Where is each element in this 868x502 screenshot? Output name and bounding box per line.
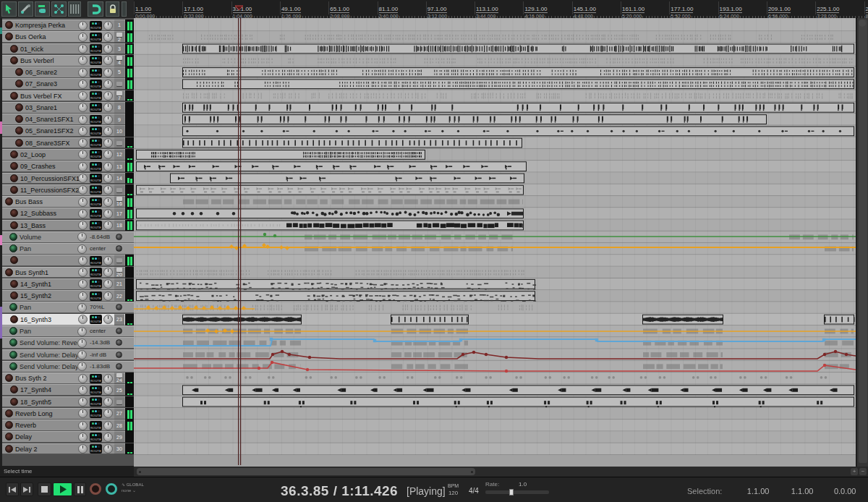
record-arm-button[interactable]: [10, 315, 18, 323]
track-name[interactable]: Bus Verbel FX: [20, 93, 85, 100]
track-number-cell[interactable]: 29: [114, 431, 124, 443]
record-arm-button[interactable]: [15, 127, 23, 135]
route-button[interactable]: ROUTE: [90, 80, 102, 89]
envelope-bypass-button[interactable]: [116, 245, 122, 252]
envelope-row[interactable]: Send Volume: Delay 2-1.83dB: [2, 361, 134, 373]
envelope-row[interactable]: Pancenter: [2, 326, 134, 337]
envelope-bypass-button[interactable]: [116, 304, 122, 310]
envelope-row[interactable]: Send Volume: Delay-inf dB: [2, 349, 134, 361]
track-row[interactable]: Bus BassROUTE16: [2, 196, 134, 208]
pause-button[interactable]: [74, 482, 86, 496]
route-button[interactable]: ROUTE: [90, 397, 102, 407]
route-button[interactable]: ROUTE: [90, 256, 102, 265]
record-arm-button[interactable]: [10, 292, 18, 299]
route-button[interactable]: ROUTE: [90, 162, 102, 171]
envelope-arm-button[interactable]: [9, 339, 17, 346]
track-number-cell[interactable]: 18: [114, 220, 124, 231]
envelope-arm-button[interactable]: [9, 362, 17, 370]
volume-knob[interactable]: [78, 421, 88, 430]
arrange-view[interactable]: [134, 18, 856, 467]
track-row[interactable]: 04_Snare1SFX1ROUTE9: [2, 114, 134, 125]
envelope-row[interactable]: Send Volume: Reverb Lo-14.3dB: [2, 337, 134, 349]
route-button[interactable]: ROUTE: [90, 374, 102, 383]
track-row[interactable]: Bus OerkaROUTE2: [2, 31, 134, 43]
track-row[interactable]: Bus VerberlROUTE4: [2, 55, 134, 67]
pan-knob[interactable]: [103, 80, 113, 89]
envelope-knob[interactable]: [77, 339, 87, 348]
track-row[interactable]: 11_PercussionSFX2ROUTE: [2, 184, 134, 196]
volume-knob[interactable]: [78, 315, 88, 324]
route-button[interactable]: ROUTE: [90, 386, 102, 395]
record-arm-button[interactable]: [15, 139, 23, 147]
track-number-cell[interactable]: 13: [114, 161, 124, 172]
track-row[interactable]: 18_Synth5ROUTE: [2, 396, 134, 408]
track-row[interactable]: Delay 2ROUTE30: [2, 443, 134, 455]
route-button[interactable]: ROUTE: [90, 444, 102, 454]
track-number-cell[interactable]: 3: [114, 43, 124, 55]
pan-knob[interactable]: [103, 397, 113, 407]
route-button[interactable]: ROUTE: [90, 221, 102, 230]
route-button[interactable]: ROUTE: [90, 279, 102, 289]
track-number-cell[interactable]: 10: [114, 125, 124, 137]
track-row[interactable]: 13_BassROUTE18: [2, 220, 134, 231]
track-name[interactable]: 01_Kick: [20, 46, 85, 53]
record-arm-button[interactable]: [10, 186, 18, 194]
track-row[interactable]: Reverb LongROUTE27: [2, 408, 134, 420]
route-button[interactable]: ROUTE: [90, 209, 102, 218]
zoom-out-button[interactable]: −: [859, 468, 867, 475]
hand-meter-tool-button[interactable]: [35, 1, 50, 17]
pan-knob[interactable]: [103, 127, 113, 136]
vertical-scrollbar[interactable]: [856, 18, 868, 467]
track-name[interactable]: 17_Synth4: [20, 386, 85, 393]
volume-knob[interactable]: [78, 374, 88, 383]
record-arm-button[interactable]: [5, 197, 13, 205]
route-button[interactable]: ROUTE: [90, 292, 102, 301]
record-arm-button[interactable]: [5, 268, 13, 276]
track-number-cell[interactable]: [114, 255, 124, 266]
pan-knob[interactable]: [103, 374, 113, 383]
volume-knob[interactable]: [78, 80, 88, 89]
envelope-pencil-tool-button[interactable]: [18, 1, 33, 17]
route-button[interactable]: ROUTE: [90, 174, 102, 183]
record-arm-button[interactable]: [15, 115, 23, 123]
pan-knob[interactable]: [103, 279, 113, 289]
playrate-control[interactable]: Rate: 1.0: [485, 481, 550, 488]
track-row[interactable]: ReverbROUTE28: [2, 420, 134, 431]
envelope-knob[interactable]: [77, 327, 87, 336]
bpm-display[interactable]: BPM120: [448, 482, 459, 497]
grid-toggle-button[interactable]: [68, 1, 81, 17]
track-name[interactable]: 02_Loop: [20, 151, 85, 158]
track-row[interactable]: Bus Syth 2ROUTE24: [2, 373, 134, 384]
route-button[interactable]: ROUTE: [90, 185, 102, 195]
record-arm-button[interactable]: [10, 162, 18, 170]
envelope-knob[interactable]: [77, 232, 87, 242]
folder-end-icon[interactable]: [116, 258, 122, 263]
pan-knob[interactable]: [103, 138, 113, 148]
pan-knob[interactable]: [103, 197, 113, 207]
folder-end-icon[interactable]: [116, 400, 122, 404]
track-row[interactable]: 12_SubbassROUTE17: [2, 208, 134, 219]
track-row[interactable]: 17_Synth4ROUTE25: [2, 384, 134, 396]
track-row[interactable]: 06_Snare2ROUTE5: [2, 67, 134, 78]
volume-knob[interactable]: [78, 33, 88, 42]
route-button[interactable]: ROUTE: [90, 56, 102, 65]
record-arm-button[interactable]: [5, 374, 13, 382]
track-number-cell[interactable]: [114, 184, 124, 196]
zoom-in-button[interactable]: +: [851, 468, 858, 475]
volume-knob[interactable]: [78, 162, 88, 171]
route-button[interactable]: ROUTE: [90, 44, 102, 54]
route-button[interactable]: ROUTE: [90, 127, 102, 136]
route-button[interactable]: ROUTE: [90, 150, 102, 159]
record-arm-button[interactable]: [10, 174, 18, 182]
folder-end-icon[interactable]: [116, 141, 122, 145]
volume-knob[interactable]: [78, 21, 88, 30]
pan-knob[interactable]: [103, 150, 113, 159]
track-name[interactable]: Bus Bass: [15, 198, 85, 205]
track-row[interactable]: 15_Synth2ROUTE22: [2, 290, 134, 302]
track-name[interactable]: Bus Oerka: [15, 33, 85, 41]
routing-nodes-tool-button[interactable]: [51, 1, 67, 17]
track-row[interactable]: 05_Snare1SFX2ROUTE10: [2, 125, 134, 137]
pan-knob[interactable]: [103, 115, 113, 124]
track-name[interactable]: 08_Snare3SFX: [25, 140, 85, 147]
pan-knob[interactable]: [103, 185, 113, 195]
